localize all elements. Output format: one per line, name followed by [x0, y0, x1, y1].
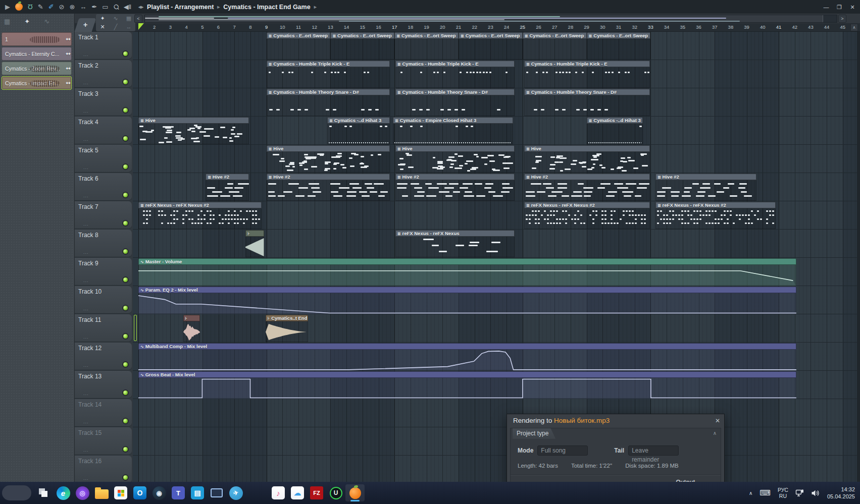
taskbar-app-edge[interactable]: e	[54, 484, 73, 501]
playlist-clip[interactable]: ≣Cymatics -..d Hihat 3	[327, 117, 390, 144]
playlist-clip[interactable]: ≣Cymatics - E..ort Sweep	[459, 32, 523, 60]
playlist-clip[interactable]: ≣Cymatics - E..ort Sweep	[394, 32, 459, 60]
clip-header[interactable]: ≣Cymatics - E..ort Sweep	[587, 32, 651, 39]
taskbar-app-outlook[interactable]: O	[130, 484, 149, 501]
taskbar-app-file-explorer[interactable]	[92, 484, 111, 501]
volume-icon[interactable]	[811, 489, 820, 497]
playlist-clip[interactable]: ≣Hive	[138, 117, 249, 144]
playlist-clip[interactable]: ≣Cymatics - Humble Triple Kick - E	[524, 61, 650, 88]
track-enable-led[interactable]	[123, 136, 128, 141]
fl-logo[interactable]	[15, 3, 23, 11]
tail-select[interactable]: Leave remainder	[628, 445, 679, 456]
taskbar-app-itunes[interactable]: ♪	[269, 484, 288, 501]
track-enable-led[interactable]	[123, 80, 128, 84]
track-header[interactable]: Track 13...	[75, 371, 132, 399]
track-options-dots[interactable]: ...	[83, 476, 89, 481]
stretch-icon[interactable]: ↔	[80, 0, 86, 14]
track-enable-led[interactable]	[123, 447, 128, 452]
clip-header[interactable]: ≣Hive	[138, 117, 249, 124]
playlist-clip[interactable]: ≣Cymatics - Empire Closed Hihat 3	[393, 117, 513, 144]
playlist-clip[interactable]: ≣Hive	[395, 145, 515, 173]
clip-header[interactable]: ≣Cymatics - Empire Closed Hihat 3	[393, 117, 513, 124]
tray-chevron-icon[interactable]: ∧	[749, 490, 752, 496]
track-options-dots[interactable]: ...	[83, 165, 89, 170]
clip-header[interactable]: ≣Cymatics - E..ort Sweep	[267, 32, 331, 39]
track-enable-led[interactable]	[123, 362, 128, 367]
clip-header[interactable]: ≣Hive	[524, 145, 650, 152]
clip-header[interactable]: ≣Cymatics - Humble Theory Snare - D#	[395, 89, 515, 95]
clip-header[interactable]: ≣Cymatics - E..ort Sweep	[330, 32, 394, 39]
playlist-clip[interactable]: ≣Hive #2	[395, 174, 515, 201]
mute-icon[interactable]: ⊗	[69, 0, 75, 14]
track-enable-led[interactable]	[123, 51, 128, 56]
track-header[interactable]: Track 11...	[75, 314, 132, 342]
taskbar-app-scanner-app[interactable]: ▤	[188, 484, 207, 501]
automation-clip[interactable]: ∿Master - Volume	[138, 258, 796, 286]
automation-clip[interactable]: ∿Param. EQ 2 - Mix level	[138, 287, 796, 314]
track-header[interactable]: Track 3...	[75, 88, 132, 116]
playlist-clip[interactable]: ≣reFX Nexus - reFX Nexus	[395, 230, 515, 257]
clip-header[interactable]: ≣Cymatics - Humble Triple Kick - E	[395, 61, 515, 67]
playlist-clip[interactable]: ≣Hive #2	[524, 174, 650, 201]
track-header[interactable]: Track 7...	[75, 201, 132, 229]
track-options-dots[interactable]: ...	[83, 334, 89, 340]
track-header[interactable]: Track 5...	[75, 145, 132, 173]
playlist-clip[interactable]: ≣Cymatics - Humble Theory Snare - D#	[395, 89, 515, 116]
picker-piano-icon[interactable]: ▦	[4, 18, 10, 25]
clip-header[interactable]: ≣Cymatics -..d Hihat 3	[327, 117, 390, 124]
picker-item[interactable]: 1✦✦	[2, 32, 72, 46]
clip-header[interactable]: ≣reFX Nexus - reFX Nexus	[395, 230, 515, 237]
tab-project-type[interactable]: Project type	[513, 428, 555, 439]
taskbar-app-steam[interactable]: ◉	[149, 484, 169, 501]
deny-icon[interactable]: ⊘	[59, 0, 65, 14]
clip-header[interactable]: ∿Gross Beat - Mix level	[138, 371, 796, 378]
picker-item[interactable]: Cymatics - Impact En...✦✦	[2, 76, 72, 90]
playlist-clip[interactable]: ≣reFX Nexus - reFX Nexus #2	[524, 202, 650, 229]
clip-header[interactable]: ≣Cymatics - Humble Triple Kick - E	[524, 61, 650, 67]
minimap-slider[interactable]	[145, 15, 823, 22]
clip-header[interactable]: ≣Cymatics - E..ort Sweep	[459, 32, 523, 39]
playlist-clip[interactable]: ≣Cymatics - E..ort Sweep	[330, 32, 394, 60]
preview-icon[interactable]: ◀‖	[124, 0, 131, 14]
taskbar-app-icloud[interactable]: ☁	[288, 484, 307, 501]
clip-header[interactable]: ≣Hive #2	[206, 174, 249, 180]
playlist-clip[interactable]: ≣Cymatics - E..ort Sweep	[267, 32, 331, 60]
track-options-dots[interactable]: ...	[83, 137, 89, 142]
breadcrumb-view[interactable]: Playlist - Arrangement	[147, 4, 214, 11]
track-enable-led[interactable]	[123, 221, 128, 226]
track-options-dots[interactable]: ...	[83, 278, 89, 283]
playlist-clip[interactable]: ≣reFX Nexus - reFX Nexus #2	[138, 202, 262, 229]
network-icon[interactable]	[795, 489, 804, 497]
clip-header[interactable]: ⊦	[245, 230, 264, 237]
select-icon[interactable]: ▭	[102, 0, 108, 14]
track-options-dots[interactable]: ...	[83, 447, 89, 453]
close-button[interactable]: ✕	[847, 2, 858, 13]
picker-item[interactable]: Cymatics - Zoom Rev...✦✦	[2, 62, 72, 75]
vertical-scrollbar[interactable]	[857, 32, 860, 482]
clock[interactable]: 14:3205.04.2025	[827, 486, 855, 500]
playlist-clip[interactable]: ≣Cymatics - E..ort Sweep	[523, 32, 587, 60]
clip-header[interactable]: ∿Param. EQ 2 - Mix level	[138, 287, 796, 293]
paint-icon[interactable]: ✐	[48, 0, 54, 14]
clip-header[interactable]: ≣Hive	[395, 145, 515, 152]
clip-header[interactable]: ≣Cymatics - Humble Theory Snare - D#	[524, 89, 650, 95]
taskbar-app-fl-studio[interactable]	[345, 484, 365, 501]
clip-header[interactable]: ≣Hive #2	[267, 174, 390, 180]
clip-header[interactable]: ≣Hive #2	[524, 174, 650, 180]
playlist-clip[interactable]: ≣Hive #2	[267, 174, 390, 201]
clip-header[interactable]: ≣reFX Nexus - reFX Nexus #2	[524, 202, 650, 208]
playlist-clip[interactable]: ≣reFX Nexus - reFX Nexus #2	[655, 202, 776, 229]
track-options-dots[interactable]: ...	[83, 391, 89, 396]
tool-slope-icon[interactable]: ╱	[109, 23, 122, 31]
picker-automation-icon[interactable]: ∿	[44, 18, 49, 25]
track-enable-led[interactable]	[123, 164, 128, 169]
track-options-dots[interactable]: ...	[83, 363, 89, 368]
track-options-dots[interactable]: ...	[83, 193, 89, 198]
clip-header[interactable]: ∿Master - Volume	[138, 258, 796, 265]
add-track-button[interactable]: +	[75, 18, 96, 32]
touch-keyboard-icon[interactable]: ⌨	[760, 488, 771, 497]
track-header[interactable]: Track 9...	[75, 258, 132, 286]
playlist-clip[interactable]: ≣Hive	[267, 145, 390, 173]
clip-header[interactable]: ≣Cymatics - Humble Theory Snare - D#	[267, 89, 390, 95]
zoom-icon[interactable]: Ϙ	[109, 0, 122, 13]
